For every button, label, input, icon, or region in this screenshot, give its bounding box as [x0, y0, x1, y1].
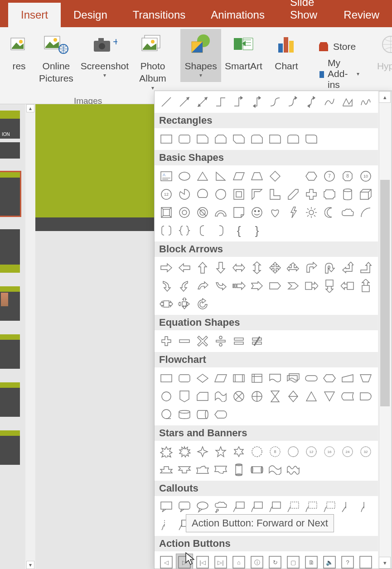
shape-flowchart-magnetic-disk[interactable]	[176, 406, 193, 423]
shape-flowchart-merge[interactable]	[321, 388, 338, 405]
shape-sun[interactable]	[303, 204, 320, 221]
tab-slideshow[interactable]: Slide Show	[277, 0, 331, 27]
online-pictures-button[interactable]: OnlinePictures	[35, 29, 77, 87]
shape-trapezoid[interactable]	[248, 168, 266, 185]
shape-elbow-double-arrow[interactable]	[248, 93, 266, 111]
shape-flowchart-data[interactable]	[212, 370, 229, 387]
shape-flowchart-connector[interactable]	[158, 388, 175, 405]
shape-rounded-rectangular-callout[interactable]	[176, 498, 193, 516]
shape-quad-arrow[interactable]	[266, 259, 284, 276]
scroll-up-icon[interactable]: ▴	[26, 104, 34, 112]
shape-minus[interactable]	[176, 333, 193, 350]
shape-flowchart-multidocument[interactable]	[285, 370, 302, 387]
shape-moon[interactable]	[321, 204, 338, 221]
shape-curve-double-arrow[interactable]	[303, 93, 320, 111]
shape-left-right-arrow[interactable]	[230, 259, 247, 276]
scrollbar-track[interactable]	[379, 103, 391, 557]
shape-right-brace[interactable]: }	[248, 222, 266, 239]
shape-chevron[interactable]	[285, 277, 302, 294]
shape-equal[interactable]	[230, 333, 247, 350]
shape-pie[interactable]	[176, 186, 193, 203]
shape-uturn-arrow[interactable]	[321, 259, 338, 276]
shape-line-callout-2-noborder[interactable]	[357, 498, 374, 516]
shape-flowchart-preparation[interactable]	[321, 370, 338, 387]
shape-double-bracket[interactable]	[158, 222, 175, 239]
shape-decagon[interactable]: 10	[357, 168, 374, 185]
shape-flowchart-delay[interactable]	[357, 388, 374, 405]
shape-line[interactable]	[158, 93, 175, 111]
shape-curved-right-arrow[interactable]	[158, 277, 175, 294]
action-button-1[interactable]: ▷	[176, 554, 193, 569]
shape-curve[interactable]	[321, 93, 338, 111]
shape-flowchart-summing-junction[interactable]	[230, 388, 247, 405]
shape-6point-star[interactable]	[230, 443, 247, 460]
shape-flowchart-decision[interactable]	[194, 370, 211, 387]
shape-16point-star[interactable]: 16	[321, 443, 338, 460]
shape-flowchart-extract[interactable]	[303, 388, 320, 405]
shape-pentagon[interactable]	[285, 168, 302, 185]
shape-left-arrow[interactable]	[176, 259, 193, 276]
shape-text-box[interactable]: A	[158, 168, 175, 185]
shape-double-wave[interactable]	[285, 461, 302, 478]
shape-flowchart-punched-tape[interactable]	[212, 388, 229, 405]
shape-striped-right-arrow[interactable]	[230, 277, 247, 294]
shape-left-right-arrow-callout[interactable]	[158, 295, 175, 313]
shape-flowchart-manual-operation[interactable]	[357, 370, 374, 387]
shape-8point-star[interactable]: 8	[266, 443, 284, 460]
shapes-button[interactable]: Shapes ▾	[180, 29, 221, 82]
shape-curve-arrow[interactable]	[285, 93, 302, 111]
pictures-button[interactable]: res	[3, 29, 35, 75]
slide-thumbnail[interactable]	[0, 430, 20, 465]
shape-32point-star[interactable]: 32	[357, 443, 374, 460]
shape-flowchart-or[interactable]	[248, 388, 266, 405]
shape-chord[interactable]	[194, 186, 211, 203]
shape-no-symbol[interactable]	[194, 204, 211, 221]
shape-plus[interactable]	[158, 333, 175, 350]
scrollbar-thumb[interactable]	[380, 180, 390, 406]
shape-left-arrow-callout[interactable]	[339, 277, 356, 294]
shape-lightning[interactable]	[285, 204, 302, 221]
shape-elbow-arrow[interactable]	[230, 93, 247, 111]
shape-flowchart-manual-input[interactable]	[339, 370, 356, 387]
shape-down-arrow[interactable]	[212, 259, 229, 276]
action-button-9[interactable]: 🔈	[321, 554, 338, 569]
shape-right-arrow[interactable]	[158, 259, 175, 276]
shape-plaque[interactable]	[321, 186, 338, 203]
thumbnail-scrollbar[interactable]: ▴ ▾	[25, 104, 35, 569]
slide-thumbnail[interactable]: ION	[0, 111, 20, 139]
shape-flowchart-collate[interactable]	[266, 388, 284, 405]
tab-insert[interactable]: Insert	[8, 3, 61, 27]
shape-triangle[interactable]	[194, 168, 211, 185]
shape-oval[interactable]	[176, 168, 193, 185]
shape-arrow-line[interactable]	[176, 93, 193, 111]
shape-line-callout-3-accent[interactable]	[321, 498, 338, 516]
shape-round-single-corner[interactable]	[266, 130, 284, 148]
shape-flowchart-display[interactable]	[212, 406, 229, 423]
shape-snip-same-side[interactable]	[212, 130, 229, 148]
shape-line-callout-3-noborder[interactable]	[158, 516, 175, 534]
shape-right-bracket[interactable]	[212, 222, 229, 239]
action-button-6[interactable]: ↻	[266, 554, 284, 569]
shape-down-arrow-callout[interactable]	[321, 277, 338, 294]
shape-elbow-connector[interactable]	[212, 93, 229, 111]
shape-snip-round-single[interactable]	[248, 130, 266, 148]
action-button-2[interactable]: |◁	[194, 554, 211, 569]
shape-line-callout-1-accent[interactable]	[285, 498, 302, 516]
action-button-4[interactable]: ⌂	[230, 554, 247, 569]
shape-line-callout-2-accent[interactable]	[303, 498, 320, 516]
shape-cloud-callout[interactable]	[212, 498, 229, 516]
shape-curve-connector[interactable]	[266, 93, 284, 111]
shape-parallelogram[interactable]	[230, 168, 247, 185]
shape-4point-star[interactable]	[194, 443, 211, 460]
shape-line-callout-2[interactable]	[248, 498, 266, 516]
action-button-11[interactable]	[357, 554, 374, 569]
gallery-scrollbar[interactable]: ▴ ▾	[378, 91, 392, 569]
screenshot-button[interactable]: + Screenshot ▾	[77, 29, 132, 82]
shape-double-arrow-line[interactable]	[194, 93, 211, 111]
shape-rounded-rectangle[interactable]	[176, 130, 193, 148]
shape-heart[interactable]	[266, 204, 284, 221]
tab-animations[interactable]: Animations	[198, 3, 277, 27]
shape-up-arrow[interactable]	[194, 259, 211, 276]
shape-bent-arrow[interactable]	[303, 259, 320, 276]
shape-smiley[interactable]	[248, 204, 266, 221]
